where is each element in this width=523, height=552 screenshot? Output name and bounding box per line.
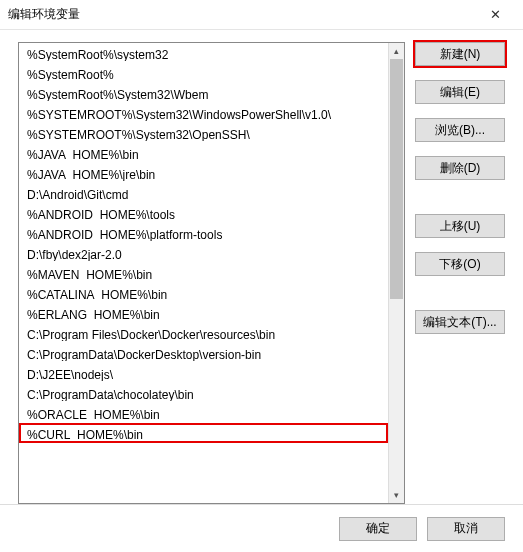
new-button[interactable]: 新建(N) — [415, 42, 505, 66]
footer: 确定 取消 — [0, 504, 523, 552]
list-item[interactable]: %CURL_HOME%\bin — [19, 423, 388, 443]
delete-button[interactable]: 删除(D) — [415, 156, 505, 180]
browse-button[interactable]: 浏览(B)... — [415, 118, 505, 142]
scroll-up-arrow[interactable]: ▴ — [389, 43, 404, 59]
list-item[interactable]: %ANDROID_HOME%\tools — [19, 203, 388, 223]
list-item[interactable]: %MAVEN_HOME%\bin — [19, 263, 388, 283]
list-item[interactable]: %CATALINA_HOME%\bin — [19, 283, 388, 303]
list-item[interactable]: C:\ProgramData\DockerDesktop\version-bin — [19, 343, 388, 363]
scroll-down-arrow[interactable]: ▾ — [389, 487, 404, 503]
list-item[interactable]: %SYSTEMROOT%\System32\WindowsPowerShell\… — [19, 103, 388, 123]
edit-text-button[interactable]: 编辑文本(T)... — [415, 310, 505, 334]
edit-button[interactable]: 编辑(E) — [415, 80, 505, 104]
list-item[interactable]: %ERLANG_HOME%\bin — [19, 303, 388, 323]
titlebar: 编辑环境变量 ✕ — [0, 0, 523, 30]
path-list[interactable]: %SystemRoot%\system32%SystemRoot%%System… — [18, 42, 405, 504]
ok-button[interactable]: 确定 — [339, 517, 417, 541]
list-item[interactable]: C:\Program Files\Docker\Docker\resources… — [19, 323, 388, 343]
buttons-column: 新建(N) 编辑(E) 浏览(B)... 删除(D) 上移(U) 下移(O) 编… — [415, 42, 505, 504]
move-up-button[interactable]: 上移(U) — [415, 214, 505, 238]
window-title: 编辑环境变量 — [8, 6, 475, 23]
list-item[interactable]: %SYSTEMROOT%\System32\OpenSSH\ — [19, 123, 388, 143]
list-item[interactable]: %SystemRoot%\system32 — [19, 43, 388, 63]
list-item[interactable]: D:\J2EE\nodejs\ — [19, 363, 388, 383]
scroll-thumb[interactable] — [390, 59, 403, 299]
list-item[interactable]: %ORACLE_HOME%\bin — [19, 403, 388, 423]
content-area: %SystemRoot%\system32%SystemRoot%%System… — [0, 30, 523, 504]
list-item[interactable]: %JAVA_HOME%\bin — [19, 143, 388, 163]
close-button[interactable]: ✕ — [475, 0, 515, 29]
list-item[interactable]: %JAVA_HOME%\jre\bin — [19, 163, 388, 183]
cancel-button[interactable]: 取消 — [427, 517, 505, 541]
list-item[interactable]: D:\Android\Git\cmd — [19, 183, 388, 203]
list-item[interactable]: %SystemRoot% — [19, 63, 388, 83]
list-item[interactable]: %ANDROID_HOME%\platform-tools — [19, 223, 388, 243]
list-item[interactable]: D:\fby\dex2jar-2.0 — [19, 243, 388, 263]
close-icon: ✕ — [490, 7, 501, 22]
move-down-button[interactable]: 下移(O) — [415, 252, 505, 276]
list-item[interactable]: C:\ProgramData\chocolatey\bin — [19, 383, 388, 403]
scrollbar[interactable]: ▴ ▾ — [388, 43, 404, 503]
list-item[interactable]: %SystemRoot%\System32\Wbem — [19, 83, 388, 103]
